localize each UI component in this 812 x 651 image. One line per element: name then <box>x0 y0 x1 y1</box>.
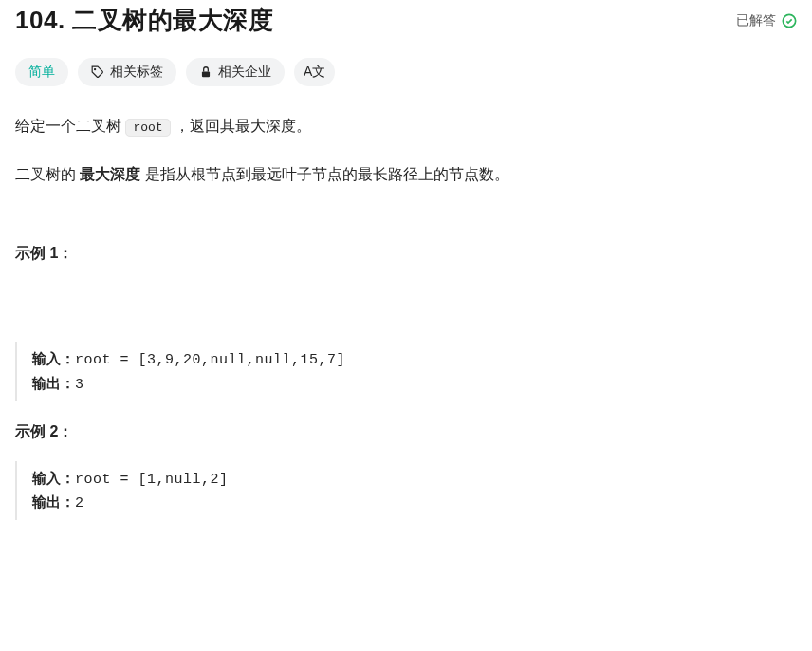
example-1-output: 输出：3 <box>32 372 797 396</box>
bold-term: 最大深度 <box>80 166 140 182</box>
lock-icon <box>199 65 212 79</box>
related-companies-pill[interactable]: 相关企业 <box>186 58 285 86</box>
example-1-block: 输入：root = [3,9,20,null,null,15,7] 输出：3 <box>15 342 797 401</box>
page-title: 104. 二叉树的最大深度 <box>15 4 273 37</box>
solved-label: 已解答 <box>736 12 776 29</box>
description: 给定一个二叉树 root ，返回其最大深度。 二叉树的 最大深度 是指从根节点到… <box>15 113 797 187</box>
solved-badge: 已解答 <box>736 12 797 29</box>
svg-rect-2 <box>202 71 210 77</box>
example-1-input: 输入：root = [3,9,20,null,null,15,7] <box>32 347 797 371</box>
example-1-title: 示例 1： <box>15 244 797 264</box>
header-row: 104. 二叉树的最大深度 已解答 <box>15 0 797 37</box>
example-2-block: 输入：root = [1,null,2] 输出：2 <box>15 461 797 521</box>
related-tags-pill[interactable]: 相关标签 <box>78 58 176 86</box>
example-2-title: 示例 2： <box>15 422 797 442</box>
tag-icon <box>91 65 104 79</box>
tags-row: 简单 相关标签 相关企业 A文 <box>15 58 797 86</box>
svg-point-1 <box>95 69 96 70</box>
related-companies-label: 相关企业 <box>218 64 271 81</box>
difficulty-pill[interactable]: 简单 <box>15 58 68 86</box>
description-line-2: 二叉树的 最大深度 是指从根节点到最远叶子节点的最长路径上的节点数。 <box>15 161 797 187</box>
check-circle-icon <box>782 13 797 28</box>
related-tags-label: 相关标签 <box>110 64 163 81</box>
example-2-output: 输出：2 <box>32 491 797 514</box>
inline-code-root: root <box>125 119 170 137</box>
description-line-1: 给定一个二叉树 root ，返回其最大深度。 <box>15 113 797 139</box>
example-2-input: 输入：root = [1,null,2] <box>32 467 797 491</box>
translate-pill[interactable]: A文 <box>294 58 335 86</box>
